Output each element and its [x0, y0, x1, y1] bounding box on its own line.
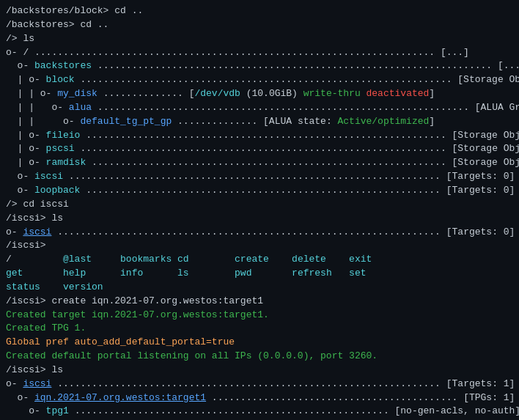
terminal-line-l4: o- / ...................................… — [6, 46, 513, 60]
terminal-line-l20: get help info ls pwd refresh set — [6, 267, 513, 281]
terminal-line-l27: /iscsi> ls — [6, 364, 513, 377]
terminal-line-l26: Created default portal listening on all … — [6, 350, 513, 364]
terminal-line-l3: /> ls — [6, 32, 513, 46]
terminal-line-l29: o- iqn.2021-07.org.westos:target1 ......… — [6, 391, 513, 405]
terminal-line-l10: | o- fileio ............................… — [6, 129, 513, 143]
terminal-line-l5: o- backstores ..........................… — [6, 59, 513, 73]
terminal-line-l28: o- iscsi ...............................… — [6, 377, 513, 391]
terminal-line-l24: Created TPG 1. — [6, 322, 513, 336]
terminal-line-l18: /iscsi> — [6, 239, 513, 253]
terminal-line-l25: Global pref auto_add_default_portal=true — [6, 336, 513, 350]
terminal-line-l23: Created target iqn.2021-07.org.westos:ta… — [6, 309, 513, 323]
terminal-line-l14: o- loopback ............................… — [6, 184, 513, 198]
terminal-line-l22: /iscsi> create iqn.2021-07.org.westos:ta… — [6, 295, 513, 309]
terminal-line-l30: o- tpg1 ................................… — [6, 405, 513, 419]
terminal-line-l19: / @last bookmarks cd create delete exit — [6, 253, 513, 267]
terminal-line-l12: | o- ramdisk ...........................… — [6, 156, 513, 170]
terminal-line-l16: /iscsi> ls — [6, 212, 513, 226]
terminal-line-l8: | | o- alua ............................… — [6, 101, 513, 115]
terminal-line-l17: o- iscsi ...............................… — [6, 226, 513, 240]
terminal-line-l15: /> cd iscsi — [6, 198, 513, 212]
terminal-line-l9: | | o- default_tg_pt_gp .............. [… — [6, 115, 513, 129]
terminal-line-l2: /backstores> cd .. — [6, 18, 513, 32]
terminal-line-l21: status version — [6, 281, 513, 295]
terminal-line-l7: | | o- my_disk .............. [/dev/vdb … — [6, 87, 513, 101]
terminal-line-l13: o- iscsi ...............................… — [6, 170, 513, 184]
terminal-line-l1: /backstores/block> cd .. — [6, 4, 513, 18]
terminal-line-l6: | o- block .............................… — [6, 73, 513, 87]
terminal-line-l11: | o- pscsi .............................… — [6, 142, 513, 156]
terminal-window: /backstores/block> cd ../backstores> cd … — [0, 0, 519, 420]
